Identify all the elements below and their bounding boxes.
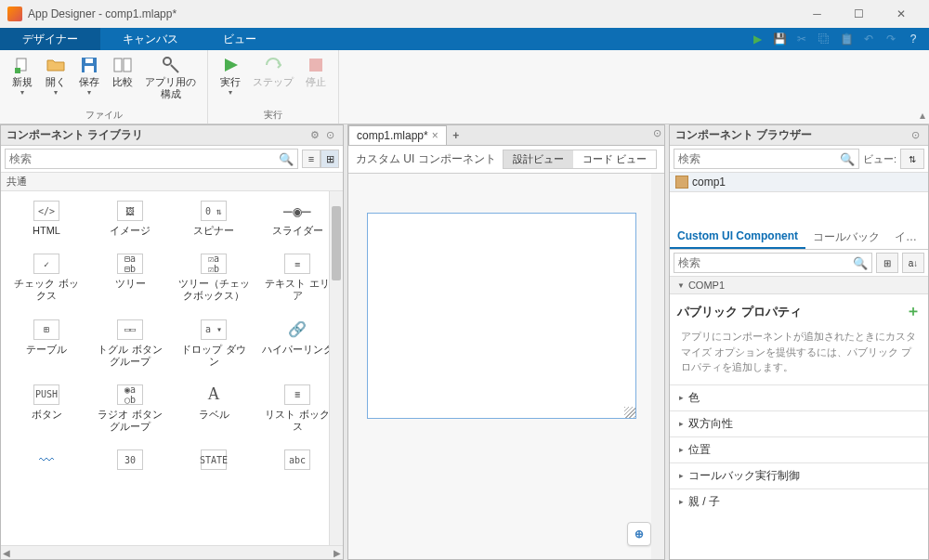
component-spinner[interactable]: 0 ⇅スピナー	[172, 199, 255, 239]
tree-checkbox-icon: ☑a☑b	[201, 254, 227, 274]
component-listbox[interactable]: ≣リスト ボックス	[255, 383, 339, 435]
view-mode-segment: 設計ビュー コード ビュー	[503, 150, 657, 169]
component-state[interactable]: STATE	[172, 448, 255, 475]
component-library-title: コンポーネント ライブラリ	[7, 127, 307, 143]
editfield-icon: abc	[284, 449, 310, 470]
component-tree[interactable]: ⊟a⊟bツリー	[88, 252, 172, 304]
tab-designer[interactable]: デザイナー	[0, 28, 100, 50]
component-button[interactable]: PUSHボタン	[5, 383, 88, 435]
prop-bidirectionality[interactable]: 双方向性	[670, 410, 928, 436]
component-editfield[interactable]: abc	[255, 448, 339, 475]
browser-tree-root-label: comp1	[692, 176, 726, 189]
prop-callback-control[interactable]: コールバック実行制御	[670, 462, 928, 488]
new-document-tab-button[interactable]: +	[447, 125, 465, 145]
library-search-input[interactable]	[9, 152, 279, 165]
component-table[interactable]: ⊞テーブル	[5, 318, 88, 370]
component-artboard[interactable]	[367, 213, 636, 419]
browser-close-icon[interactable]: ⊙	[908, 128, 922, 143]
inspector-section-comp1[interactable]: COMP1	[670, 277, 928, 294]
toolgroup-file-label: ファイル	[0, 108, 207, 124]
component-hyperlink[interactable]: 🔗ハイパーリンク	[255, 318, 339, 370]
document-tab-close-icon[interactable]: ×	[432, 129, 438, 142]
folder-open-icon	[46, 56, 65, 74]
browser-tree-root[interactable]: comp1	[670, 173, 928, 192]
convert-button[interactable]: アプリ用の 構成	[139, 54, 202, 101]
library-search-box[interactable]: 🔍	[5, 149, 298, 169]
component-slider[interactable]: ⎼◉⎼スライダー	[255, 199, 339, 239]
panel-gear-icon[interactable]: ⚙	[307, 128, 322, 143]
inspector-category-button[interactable]: ⊞	[876, 253, 898, 273]
component-axes[interactable]: 〰	[5, 448, 88, 475]
inspector-alpha-button[interactable]: a↓	[902, 253, 924, 273]
numeric-icon: 30	[117, 449, 143, 470]
minimize-button[interactable]: ─	[796, 0, 838, 28]
maximize-button[interactable]: ☐	[838, 0, 880, 28]
canvas-panel-close-icon[interactable]: ⊙	[649, 125, 664, 140]
listbox-icon: ≣	[284, 384, 310, 405]
library-view-list-button[interactable]: ≡	[302, 150, 321, 168]
compare-button[interactable]: 比較	[106, 54, 139, 90]
panel-close-icon[interactable]: ⊙	[322, 128, 337, 143]
label-icon: A	[201, 384, 227, 405]
canvas-scrollbar[interactable]	[651, 174, 664, 559]
component-label[interactable]: Aラベル	[172, 383, 255, 435]
component-numeric[interactable]: 30	[88, 448, 172, 475]
code-view-button[interactable]: コード ビュー	[573, 150, 656, 168]
subtab-callbacks[interactable]: コールバック	[805, 226, 887, 249]
browser-search-box[interactable]: 🔍	[674, 149, 859, 169]
inspector-search-box[interactable]: 🔍	[674, 253, 872, 273]
window-title: App Designer - comp1.mlapp*	[28, 7, 796, 20]
subtab-component[interactable]: Custom UI Component	[670, 226, 805, 249]
state-icon: STATE	[201, 449, 227, 470]
add-property-button[interactable]: ＋	[906, 302, 921, 321]
prop-parent-child[interactable]: 親 / 子	[670, 488, 928, 514]
public-properties-heading: パブリック プロパティ ＋	[670, 294, 928, 329]
tab-canvas[interactable]: キャンバス	[100, 28, 201, 50]
zoom-fit-button[interactable]: ⊕	[627, 522, 651, 546]
quick-run-icon[interactable]: ▶	[747, 30, 767, 48]
component-tree-checkbox[interactable]: ☑a☑bツリー（チェックボックス）	[172, 252, 255, 304]
canvas-panel: comp1.mlapp* × + ⊙ カスタム UI コンポーネント 設計ビュー…	[347, 124, 665, 560]
slider-icon: ⎼◉⎼	[284, 201, 310, 221]
component-textarea[interactable]: ≡テキスト エリア	[255, 252, 339, 304]
link-icon: 🔗	[284, 319, 310, 340]
component-html[interactable]: </>HTML	[5, 199, 88, 239]
library-hscrollbar[interactable]: ◀▶	[1, 545, 343, 559]
compare-icon	[113, 56, 132, 74]
library-scroll-area: </>HTML 🖼イメージ 0 ⇅スピナー ⎼◉⎼スライダー ✓チェック ボック…	[1, 191, 343, 545]
new-file-icon	[13, 56, 32, 74]
library-view-grid-button[interactable]: ⊞	[321, 150, 339, 168]
component-browser-panel: コンポーネント ブラウザー ⊙ 🔍 ビュー: ⇅ comp1 Custom UI…	[669, 124, 929, 560]
component-radio-group[interactable]: ◉a○bラジオ ボタン グループ	[88, 383, 172, 435]
inspector-search-input[interactable]	[678, 256, 853, 269]
document-tab-comp1[interactable]: comp1.mlapp* ×	[348, 125, 447, 145]
gear-wrench-icon	[162, 56, 180, 74]
browser-sort-button[interactable]: ⇅	[900, 149, 924, 169]
close-window-button[interactable]: ✕	[880, 0, 922, 28]
quick-help-icon[interactable]: ?	[903, 30, 923, 48]
run-button[interactable]: 実行▾	[214, 54, 247, 98]
prop-position[interactable]: 位置	[670, 436, 928, 462]
tab-view[interactable]: ビュー	[201, 28, 279, 50]
html-icon: </>	[33, 201, 59, 221]
quick-save-icon[interactable]: 💾	[769, 30, 790, 48]
document-tab-label: comp1.mlapp*	[357, 129, 428, 142]
design-view-button[interactable]: 設計ビュー	[504, 150, 573, 168]
library-scrollbar[interactable]	[329, 191, 343, 545]
browser-search-input[interactable]	[678, 152, 840, 165]
open-button[interactable]: 開く▾	[39, 54, 72, 98]
toolstrip-collapse-button[interactable]: ▴	[916, 50, 929, 124]
component-dropdown[interactable]: a ▾ドロップ ダウン	[172, 318, 255, 370]
dropdown-icon: a ▾	[201, 319, 227, 340]
component-image[interactable]: 🖼イメージ	[88, 199, 172, 239]
save-button[interactable]: 保存▾	[72, 54, 106, 98]
inspector-subtabs: Custom UI Component コールバック イベン…	[670, 226, 928, 250]
component-checkbox[interactable]: ✓チェック ボックス	[5, 252, 88, 304]
svg-rect-1	[15, 68, 20, 73]
design-canvas[interactable]: ⊕	[348, 174, 664, 559]
prop-color[interactable]: 色	[670, 384, 928, 410]
component-toggle-group[interactable]: ▭▭トグル ボタン グループ	[88, 318, 172, 370]
save-icon	[80, 56, 98, 74]
new-button[interactable]: 新規▾	[6, 54, 39, 98]
subtab-events[interactable]: イベン…	[887, 226, 928, 249]
